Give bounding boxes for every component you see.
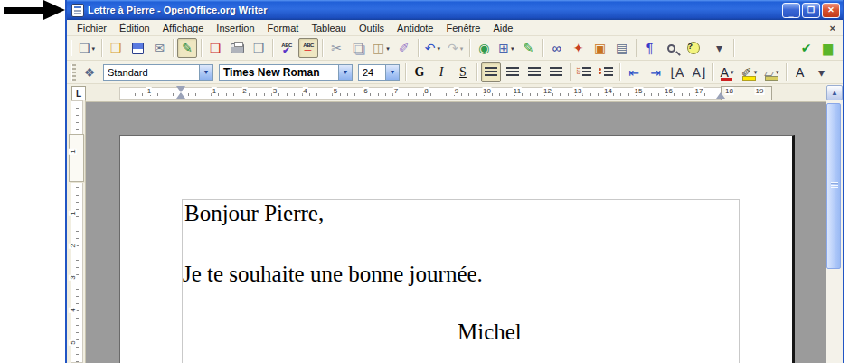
menu-item-tableau[interactable]: Tableau bbox=[305, 22, 353, 34]
increase-indent-button[interactable]: ⇥ bbox=[646, 62, 665, 82]
email-icon[interactable]: ✉ bbox=[149, 38, 169, 58]
character-dialog-button[interactable]: A bbox=[790, 62, 810, 82]
toolbar-options-icon[interactable]: ▾ bbox=[710, 38, 730, 58]
document-page[interactable]: Bonjour Pierre, Je te souhaite une bonne… bbox=[119, 135, 795, 363]
vertical-margin-box[interactable] bbox=[69, 134, 84, 182]
styles-icon[interactable]: ❖ bbox=[80, 62, 99, 82]
menu-item-outils[interactable]: Outils bbox=[353, 22, 391, 34]
doc-line-body: Je te souhaite une bonne journée. bbox=[183, 262, 483, 287]
scrollbar-track[interactable] bbox=[826, 100, 843, 363]
indent-marker-bottom[interactable] bbox=[176, 92, 185, 99]
italic-button[interactable]: I bbox=[431, 62, 451, 82]
writer-window: Lettre à Pierre - OpenOffice.org Writer … bbox=[65, 0, 844, 363]
new-document-dropdown-icon[interactable]: ▾ bbox=[92, 45, 96, 52]
h-ruler-number: 15 bbox=[634, 87, 644, 95]
chevron-down-icon[interactable]: ▼ bbox=[338, 65, 352, 80]
font-color-button[interactable]: A▾ bbox=[717, 62, 737, 82]
restore-button[interactable]: ❐ bbox=[802, 3, 820, 18]
insert-table-icon[interactable]: ⊞▾ bbox=[495, 38, 516, 58]
find-replace-icon[interactable]: ∞ bbox=[547, 38, 567, 58]
menu-item-insertion[interactable]: Insertion bbox=[210, 22, 260, 34]
indent-marker-top[interactable] bbox=[176, 86, 185, 92]
export-pdf-icon[interactable]: ❏ bbox=[205, 38, 225, 58]
font-size-combo[interactable]: 24 ▼ bbox=[358, 64, 400, 81]
menu-item-fichier[interactable]: Fichier bbox=[71, 22, 113, 34]
antidote-correct-icon[interactable]: ✔ bbox=[797, 38, 816, 58]
print-icon[interactable] bbox=[227, 38, 247, 58]
data-sources-icon[interactable]: ▤ bbox=[612, 38, 632, 58]
highlighting-dropdown-icon[interactable]: ▾ bbox=[754, 69, 758, 75]
align-right-button[interactable] bbox=[524, 62, 544, 82]
autospellcheck-icon[interactable]: ABC bbox=[298, 38, 318, 58]
menu-item-edition[interactable]: Édition bbox=[113, 22, 156, 34]
toolbar-separator bbox=[476, 63, 477, 81]
scrollbar-thumb[interactable] bbox=[826, 103, 841, 269]
toolbar-grip[interactable] bbox=[71, 64, 76, 81]
fmt-toolbar-options-icon[interactable]: ▾ bbox=[812, 62, 832, 82]
left-to-right-button[interactable]: ⌊A bbox=[667, 62, 687, 82]
font-color-dropdown-icon[interactable]: ▾ bbox=[731, 69, 734, 75]
toolbar-separator bbox=[636, 39, 637, 57]
decrease-indent-button[interactable]: ⇤ bbox=[624, 62, 644, 82]
align-left-button[interactable] bbox=[481, 62, 501, 82]
font-name-combo[interactable]: Times New Roman ▼ bbox=[219, 64, 353, 81]
close-button[interactable]: ✕ bbox=[822, 3, 840, 18]
undo-dropdown-icon[interactable]: ▾ bbox=[438, 45, 441, 52]
edit-file-icon[interactable]: ✎ bbox=[177, 38, 197, 58]
insert-table-dropdown-icon[interactable]: ▾ bbox=[511, 45, 514, 52]
menu-item-antidote[interactable]: Antidote bbox=[391, 22, 439, 34]
cut-icon[interactable]: ✂ bbox=[326, 38, 346, 58]
highlighting-button[interactable]: ✐▾ bbox=[739, 62, 760, 82]
spellcheck-icon[interactable]: ABC bbox=[277, 38, 297, 58]
antidote-guides-icon[interactable]: ▆ bbox=[840, 38, 844, 58]
new-document-icon[interactable]: ❏▾ bbox=[76, 38, 98, 58]
gallery-icon[interactable]: ▣ bbox=[590, 38, 610, 58]
toolbar-grip[interactable] bbox=[71, 40, 72, 56]
vertical-ruler[interactable]: 112345 bbox=[67, 100, 86, 363]
tab-type-selector[interactable]: L bbox=[71, 86, 86, 100]
save-icon[interactable] bbox=[127, 38, 147, 58]
undo-icon[interactable]: ↶▾ bbox=[422, 38, 443, 58]
h-ruler-number: 4 bbox=[302, 87, 307, 95]
navigator-icon[interactable]: ✦ bbox=[569, 38, 589, 58]
h-ruler-number: 18 bbox=[724, 87, 734, 95]
draw-functions-icon[interactable]: ✎ bbox=[519, 38, 539, 58]
align-center-button[interactable] bbox=[503, 62, 523, 82]
menu-item-affichage[interactable]: Affichage bbox=[156, 22, 211, 34]
scroll-up-icon[interactable]: ▲ bbox=[826, 85, 843, 100]
h-ruler-number: 9 bbox=[454, 87, 459, 95]
close-document-icon[interactable]: × bbox=[823, 23, 843, 33]
minimize-button[interactable]: _ bbox=[782, 3, 800, 18]
menu-item-aide[interactable]: Aide bbox=[486, 22, 519, 34]
paste-icon[interactable]: ◫▾ bbox=[370, 38, 392, 58]
nonprinting-characters-icon[interactable]: ¶ bbox=[640, 38, 660, 58]
paste-dropdown-icon[interactable]: ▾ bbox=[386, 45, 390, 52]
horizontal-ruler-scale bbox=[119, 87, 772, 100]
align-justified-button[interactable] bbox=[546, 62, 566, 82]
h-ruler-number: 12 bbox=[542, 87, 552, 95]
antidote-dictionaries-icon[interactable]: ▆ bbox=[818, 38, 838, 58]
zoom-icon[interactable] bbox=[662, 38, 682, 58]
chevron-down-icon[interactable]: ▼ bbox=[385, 65, 399, 80]
help-icon[interactable]: ? bbox=[684, 38, 703, 58]
open-icon[interactable]: ❒ bbox=[106, 38, 126, 58]
menu-item-fenetre[interactable]: Fenêtre bbox=[439, 22, 486, 34]
paragraph-style-value: Standard bbox=[104, 67, 199, 78]
redo-dropdown-icon[interactable]: ▾ bbox=[460, 45, 464, 52]
underline-button[interactable]: S bbox=[453, 62, 473, 82]
bold-button[interactable]: G bbox=[410, 62, 429, 82]
right-to-left-button[interactable]: A⌋ bbox=[689, 62, 709, 82]
chevron-down-icon[interactable]: ▼ bbox=[199, 65, 212, 80]
numbered-list-button[interactable] bbox=[574, 62, 594, 82]
bullet-list-button[interactable] bbox=[596, 62, 616, 82]
menu-item-format[interactable]: Format bbox=[261, 22, 306, 34]
format-paintbrush-icon[interactable]: ✐ bbox=[394, 38, 414, 58]
hyperlink-icon[interactable]: ◉ bbox=[474, 38, 494, 58]
toolbar-separator bbox=[272, 39, 273, 57]
horizontal-ruler[interactable]: 112345678910111213141516171819 bbox=[86, 84, 826, 102]
background-color-button[interactable]: ▱▾ bbox=[761, 62, 781, 82]
copy-icon[interactable]: ❏ bbox=[348, 38, 368, 58]
paragraph-style-combo[interactable]: Standard ▼ bbox=[103, 64, 213, 81]
page-preview-icon[interactable]: ❐ bbox=[249, 38, 269, 58]
background-color-dropdown-icon[interactable]: ▾ bbox=[776, 69, 779, 75]
